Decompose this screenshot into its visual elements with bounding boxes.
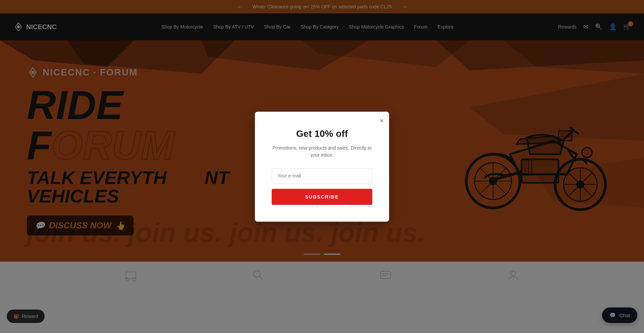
subscribe-button[interactable]: SUBSCRIBE (272, 189, 372, 205)
email-input[interactable] (272, 168, 372, 183)
modal-title: Get 10% off (272, 128, 372, 139)
modal-close-button[interactable]: × (380, 117, 384, 125)
modal-overlay[interactable]: × Get 10% off Promotions, new products a… (0, 0, 644, 333)
email-modal: × Get 10% off Promotions, new products a… (255, 112, 389, 222)
modal-subtitle: Promotions, new products and sales. Dire… (272, 145, 372, 159)
